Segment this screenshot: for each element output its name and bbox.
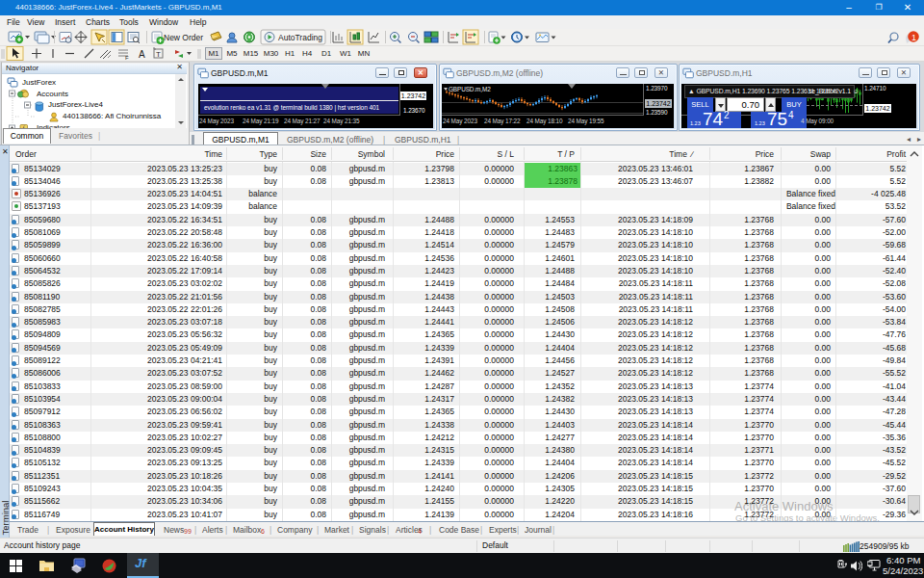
svg-text:AutoTrading: AutoTrading <box>278 33 322 42</box>
svg-text:F: F <box>125 55 129 61</box>
svg-text:T: T <box>156 50 161 59</box>
svg-text:1: 1 <box>911 33 916 42</box>
svg-text:A: A <box>139 49 145 60</box>
